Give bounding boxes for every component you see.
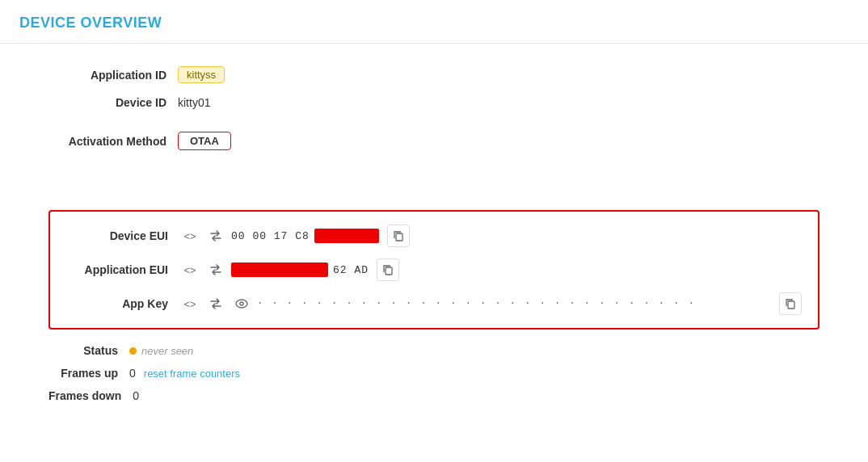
device-eui-redbar[interactable] bbox=[314, 229, 379, 243]
device-eui-swap-icon[interactable] bbox=[205, 225, 226, 246]
svg-point-3 bbox=[240, 302, 243, 305]
page-container: DEVICE OVERVIEW Application ID kittyss D… bbox=[0, 0, 868, 462]
frames-up-label: Frames up bbox=[48, 367, 129, 380]
page-header: DEVICE OVERVIEW bbox=[0, 0, 868, 44]
device-id-value: kitty01 bbox=[178, 96, 210, 109]
app-key-copy-button[interactable] bbox=[779, 292, 802, 315]
application-eui-swap-icon[interactable] bbox=[205, 259, 226, 280]
status-dot bbox=[129, 347, 137, 355]
svg-rect-0 bbox=[396, 233, 402, 241]
device-eui-code-icon[interactable]: <> bbox=[179, 225, 200, 246]
content-area: Application ID kittyss Device ID kitty01… bbox=[0, 44, 868, 195]
eui-section: Device EUI <> 00 00 17 C8 Application EU… bbox=[48, 210, 820, 330]
application-eui-code-icon[interactable]: <> bbox=[179, 259, 200, 280]
status-section: Status never seen Frames up 0 reset fram… bbox=[48, 344, 868, 402]
activation-method-value: OTAA bbox=[178, 132, 231, 150]
device-eui-row: Device EUI <> 00 00 17 C8 bbox=[66, 225, 802, 247]
application-eui-row: Application EUI <> 62 AD bbox=[66, 258, 802, 281]
device-eui-prefix: 00 00 17 C8 bbox=[231, 230, 310, 242]
app-key-label: App Key bbox=[66, 297, 179, 310]
application-eui-label: Application EUI bbox=[66, 263, 179, 276]
device-id-row: Device ID kitty01 bbox=[48, 96, 820, 109]
frames-up-row: Frames up 0 reset frame counters bbox=[48, 367, 868, 380]
device-eui-label: Device EUI bbox=[66, 229, 179, 242]
application-id-label: Application ID bbox=[48, 69, 178, 82]
app-key-row: App Key <> · · · · · · · · · · · · · · ·… bbox=[66, 292, 802, 315]
status-text: never seen bbox=[141, 345, 193, 357]
device-id-label: Device ID bbox=[48, 96, 178, 109]
app-key-dots: · · · · · · · · · · · · · · · · · · · · … bbox=[257, 298, 776, 309]
frames-down-row: Frames down 0 bbox=[48, 389, 868, 402]
status-row: Status never seen bbox=[48, 344, 868, 357]
frames-down-label: Frames down bbox=[48, 389, 133, 402]
svg-point-2 bbox=[236, 300, 247, 308]
reset-frame-counters-link[interactable]: reset frame counters bbox=[144, 368, 240, 380]
app-key-eye-icon[interactable] bbox=[231, 293, 252, 314]
svg-rect-1 bbox=[386, 267, 392, 275]
activation-method-row: Activation Method OTAA bbox=[48, 132, 820, 150]
app-key-swap-icon[interactable] bbox=[205, 293, 226, 314]
svg-rect-4 bbox=[788, 301, 794, 309]
application-eui-redbar[interactable] bbox=[231, 262, 328, 277]
application-id-value: kittyss bbox=[178, 66, 225, 83]
frames-up-value: 0 bbox=[129, 367, 136, 380]
application-id-row: Application ID kittyss bbox=[48, 66, 820, 83]
application-eui-copy-button[interactable] bbox=[377, 258, 399, 281]
device-eui-copy-button[interactable] bbox=[387, 225, 410, 247]
status-label: Status bbox=[48, 344, 129, 357]
page-title: DEVICE OVERVIEW bbox=[19, 15, 162, 31]
application-eui-suffix: 62 AD bbox=[333, 264, 369, 276]
app-key-code-icon[interactable]: <> bbox=[179, 293, 200, 314]
frames-down-value: 0 bbox=[133, 389, 139, 402]
activation-method-label: Activation Method bbox=[48, 135, 178, 148]
